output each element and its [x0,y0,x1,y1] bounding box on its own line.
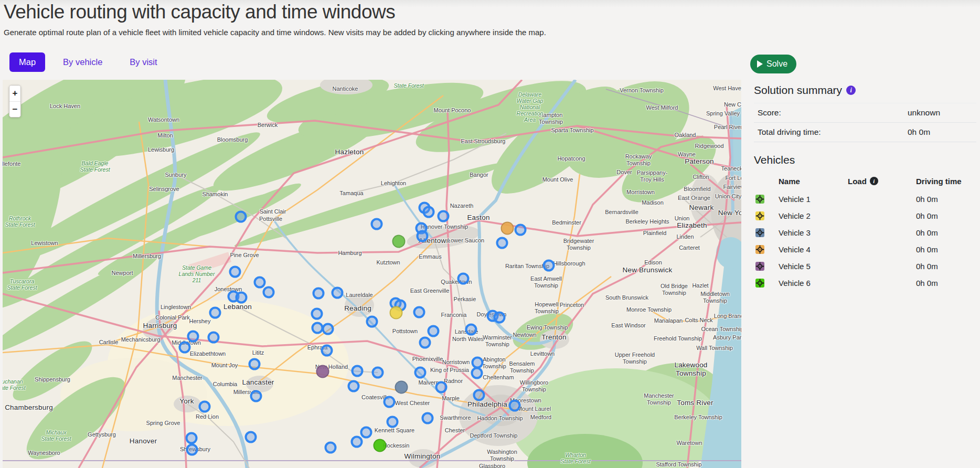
vehicle-row: Vehicle 30h 0m [754,224,976,241]
vehicle-marker-icon [755,195,779,204]
visit-marker[interactable] [186,444,198,456]
visit-marker[interactable] [187,331,199,343]
visit-marker[interactable] [360,427,372,439]
vehicle-marker-icon [755,228,779,237]
visit-marker[interactable] [419,337,431,349]
solve-button[interactable]: Solve [750,55,796,73]
column-load: Load i [848,177,916,186]
visit-marker[interactable] [372,367,384,379]
vehicle-driving-time: 0h 0m [916,228,976,237]
vehicle-home-marker[interactable] [316,365,329,378]
column-driving-time: Driving time [916,177,976,186]
visit-marker[interactable] [325,442,337,454]
column-name: Name [779,177,848,186]
vehicle-marker-icon [755,279,779,288]
zoom-out-button[interactable]: − [9,101,20,117]
visit-marker[interactable] [254,276,266,289]
tab-bar: MapBy vehicleBy visit [9,52,167,72]
visit-marker[interactable] [387,416,399,428]
summary-label: Total driving time: [758,127,908,137]
visit-marker[interactable] [414,367,427,379]
visit-marker[interactable] [235,211,247,223]
zoom-in-button[interactable]: + [9,86,20,101]
visit-marker[interactable] [250,390,262,402]
visit-marker[interactable] [371,218,383,230]
vehicles-table: Name Load i Driving time Vehicle 10h 0mV… [754,174,976,291]
vehicle-name: Vehicle 6 [779,279,848,288]
visit-marker[interactable] [311,308,323,320]
vehicle-row: Vehicle 60h 0m [754,274,976,291]
visit-marker[interactable] [366,316,378,328]
vehicle-name: Vehicle 3 [779,228,848,237]
visit-marker[interactable] [428,325,440,337]
visit-marker[interactable] [249,358,261,370]
solution-summary-table: Score:unknownTotal driving time:0h 0m [754,103,976,142]
tab-by-visit[interactable]: By visit [120,52,166,72]
visit-marker[interactable] [494,312,506,324]
visit-marker[interactable] [209,307,221,319]
visit-marker[interactable] [208,332,220,344]
vehicles-rows: Vehicle 10h 0mVehicle 20h 0mVehicle 30h … [754,190,976,291]
visit-marker[interactable] [332,287,344,299]
vehicle-marker-icon [755,262,779,271]
summary-value: 0h 0m [908,127,976,137]
vehicle-driving-time: 0h 0m [916,245,976,254]
vehicle-home-marker[interactable] [374,439,387,452]
page-title: Vehicle routing with capacity and time w… [4,1,546,23]
visit-marker[interactable] [543,260,555,272]
visit-marker[interactable] [313,288,325,300]
visit-marker[interactable] [457,273,470,285]
vehicle-marker-icon [755,245,779,254]
visit-marker[interactable] [435,381,448,393]
visit-marker[interactable] [321,345,333,357]
visit-marker[interactable] [348,380,360,392]
visit-marker[interactable] [509,400,521,412]
solution-summary-title: Solution summary [754,84,842,97]
visit-marker[interactable] [351,436,363,448]
visit-marker[interactable] [179,342,191,354]
visit-marker[interactable] [465,324,477,336]
vehicle-name: Vehicle 1 [779,195,848,204]
visit-marker[interactable] [413,306,425,318]
summary-label: Score: [758,108,908,118]
visit-marker[interactable] [199,401,211,413]
visit-marker[interactable] [438,210,450,222]
visit-marker[interactable] [351,365,364,377]
map-markers [3,80,741,468]
vehicle-marker-icon [755,211,779,220]
solution-summary-heading: Solution summary i [754,84,976,97]
tab-map[interactable]: Map [9,52,45,72]
visit-marker[interactable] [322,323,334,335]
visit-marker[interactable] [229,266,241,278]
map-zoom-control: + − [9,85,21,118]
visit-marker[interactable] [236,292,248,304]
visit-marker[interactable] [417,230,429,242]
visit-marker[interactable] [263,286,275,299]
visit-marker[interactable] [186,432,198,444]
play-icon [757,60,763,68]
vehicles-table-header: Name Load i Driving time [754,174,976,188]
page-subtitle: Generate optimal route plan of a vehicle… [4,28,546,37]
load-info-icon[interactable]: i [870,177,878,185]
vehicle-home-marker[interactable] [390,306,403,320]
visit-marker[interactable] [471,367,483,379]
visit-marker[interactable] [422,412,434,424]
vehicle-home-marker[interactable] [501,222,514,235]
visit-marker[interactable] [473,389,485,401]
visit-marker[interactable] [384,396,396,408]
vehicle-name: Vehicle 5 [779,262,848,271]
info-icon[interactable]: i [846,86,856,95]
vehicle-driving-time: 0h 0m [916,279,976,288]
summary-value: unknown [908,108,976,118]
vehicle-driving-time: 0h 0m [916,211,976,220]
visit-marker[interactable] [245,431,257,443]
visit-marker[interactable] [496,237,508,249]
map-canvas[interactable]: Lock HavenWatsontownMiltonBerwickBloomsb… [3,80,741,468]
summary-row: Score:unknown [754,103,976,123]
visit-marker[interactable] [515,224,527,236]
visit-marker[interactable] [423,206,435,218]
vehicle-home-marker[interactable] [392,235,406,248]
tab-by-vehicle[interactable]: By vehicle [54,52,112,72]
vehicle-home-marker[interactable] [395,381,408,394]
vehicles-heading: Vehicles [754,154,976,166]
